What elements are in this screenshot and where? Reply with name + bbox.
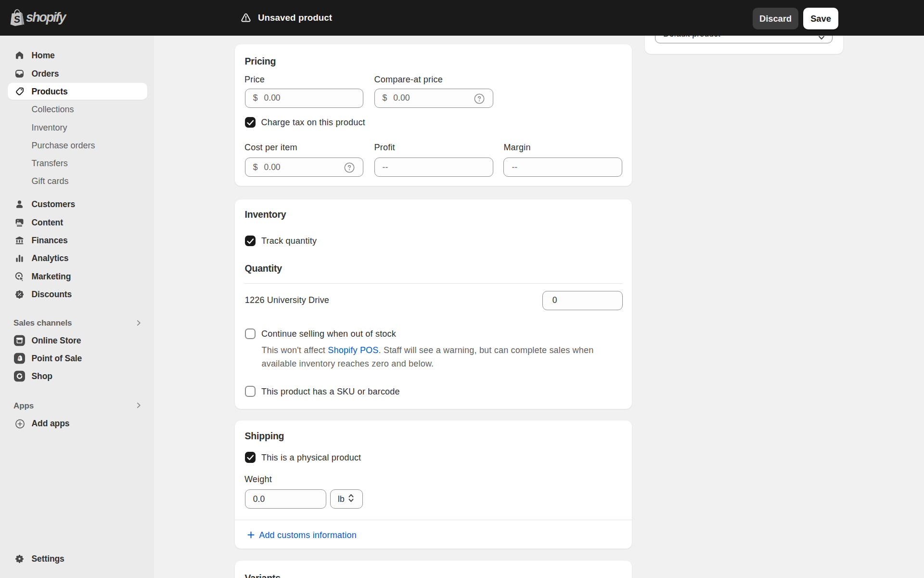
- svg-text:S: S: [18, 356, 21, 360]
- svg-text:S: S: [13, 13, 21, 25]
